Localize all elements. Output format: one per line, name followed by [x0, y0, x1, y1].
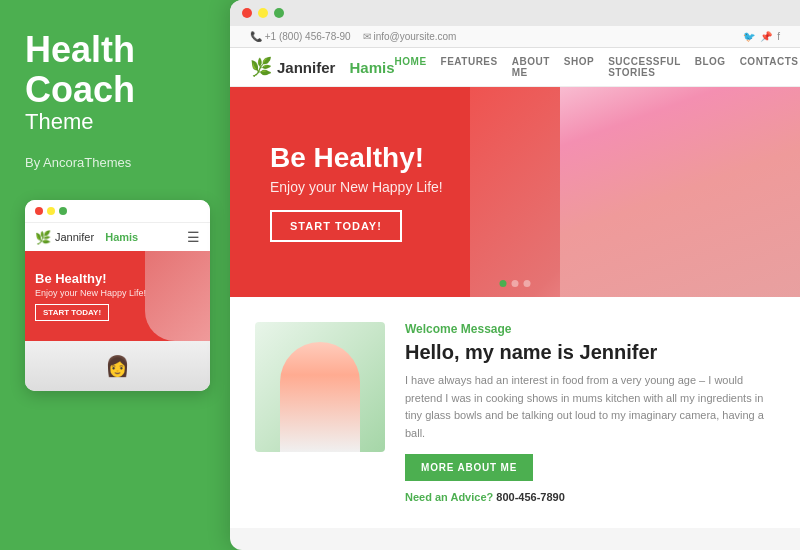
social-pinterest-icon[interactable]: 📌	[760, 31, 772, 42]
title-block: Health Coach Theme	[25, 30, 205, 135]
byline: By AncoraThemes	[25, 155, 205, 170]
mobile-logo-second: Hamis	[105, 231, 138, 243]
mobile-dot-red	[35, 207, 43, 215]
topbar-left: +1 (800) 456-78-90 info@yoursitе.com	[250, 31, 456, 42]
mobile-logo-icon: 🌿	[35, 230, 51, 245]
mobile-nav: 🌿 Jannifer Hamis ☰	[25, 222, 210, 251]
advice-label: Need an Advice?	[405, 491, 493, 503]
mobile-below-image: 👩	[25, 341, 210, 391]
about-title: Hello, my name is Jennifer	[405, 341, 775, 364]
about-text: I have always had an interest in food fr…	[405, 372, 775, 442]
hero-person-image	[560, 87, 800, 297]
hero-start-button[interactable]: START TODAY!	[270, 210, 402, 242]
about-image	[255, 322, 385, 452]
nav-link-home[interactable]: HOME	[395, 56, 427, 78]
mobile-start-button[interactable]: START TODAY!	[35, 304, 109, 321]
mobile-hero: Be Healthy! Enjoy your New Happy Life! S…	[25, 251, 210, 341]
topbar-email: info@yoursitе.com	[363, 31, 457, 42]
mobile-top-bar	[25, 200, 210, 222]
nav-links: HOME FEATURES ABOUT ME SHOP SUCCESSFUL S…	[395, 56, 799, 78]
mobile-below-section: 👩	[25, 341, 210, 391]
nav-link-stories[interactable]: SUCCESSFUL STORIES	[608, 56, 681, 78]
topbar-phone: +1 (800) 456-78-90	[250, 31, 351, 42]
nav-link-contacts[interactable]: CONTACTS	[740, 56, 799, 78]
hero-content: Be Healthy! Enjoy your New Happy Life! S…	[270, 142, 443, 242]
theme-title-line1: Health	[25, 30, 205, 70]
browser-dot-yellow	[258, 8, 268, 18]
mobile-logo-first: Jannifer	[55, 231, 94, 243]
about-subtitle: Welcome Message	[405, 322, 775, 336]
social-twitter-icon[interactable]: 🐦	[743, 31, 755, 42]
nav-link-shop[interactable]: SHOP	[564, 56, 594, 78]
nav-logo-first: Jannifer	[277, 59, 335, 76]
browser-dot-green	[274, 8, 284, 18]
about-person-silhouette	[280, 342, 360, 452]
website-nav: 🌿 Jannifer Hamis HOME FEATURES ABOUT ME …	[230, 48, 800, 87]
hero-image	[470, 87, 800, 297]
nav-link-about[interactable]: ABOUT ME	[512, 56, 550, 78]
about-section: Welcome Message Hello, my name is Jennif…	[230, 297, 800, 528]
mobile-logo: 🌿 Jannifer Hamis	[35, 230, 138, 245]
mobile-hero-sub: Enjoy your New Happy Life!	[35, 288, 200, 298]
browser-window: +1 (800) 456-78-90 info@yoursitе.com 🐦 📌…	[230, 0, 800, 550]
mobile-dot-yellow	[47, 207, 55, 215]
hero-carousel-dots	[500, 280, 531, 287]
mobile-dot-green	[59, 207, 67, 215]
advice-phone: 800-456-7890	[496, 491, 565, 503]
nav-link-features[interactable]: FEATURES	[441, 56, 498, 78]
nav-logo-second: Hamis	[350, 59, 395, 76]
hero-dot-1[interactable]	[500, 280, 507, 287]
website-topbar: +1 (800) 456-78-90 info@yoursitе.com 🐦 📌…	[230, 26, 800, 48]
nav-link-blog[interactable]: BLOG	[695, 56, 726, 78]
advice-line: Need an Advice? 800-456-7890	[405, 491, 775, 503]
hero-section: Be Healthy! Enjoy your New Happy Life! S…	[230, 87, 800, 297]
left-panel: Health Coach Theme By AncoraThemes 🌿 Jan…	[0, 0, 230, 550]
hero-dot-2[interactable]	[512, 280, 519, 287]
social-facebook-icon[interactable]: f	[777, 31, 780, 42]
hero-subheading: Enjoy your New Happy Life!	[270, 179, 443, 195]
hamburger-icon[interactable]: ☰	[187, 229, 200, 245]
hero-heading: Be Healthy!	[270, 142, 443, 174]
mobile-mockup: 🌿 Jannifer Hamis ☰ Be Healthy! Enjoy you…	[25, 200, 210, 391]
hero-dot-3[interactable]	[524, 280, 531, 287]
about-content: Welcome Message Hello, my name is Jennif…	[405, 322, 775, 503]
mobile-hero-heading: Be Healthy!	[35, 271, 200, 286]
nav-logo: 🌿 Jannifer Hamis	[250, 56, 395, 78]
topbar-social: 🐦 📌 f	[743, 31, 780, 42]
browser-chrome	[230, 0, 800, 26]
theme-title-line2: Coach	[25, 70, 205, 110]
about-more-button[interactable]: MORE ABOUT ME	[405, 454, 533, 481]
browser-dot-red	[242, 8, 252, 18]
nav-logo-icon: 🌿	[250, 56, 272, 78]
theme-subtitle: Theme	[25, 109, 205, 135]
browser-content: +1 (800) 456-78-90 info@yoursitе.com 🐦 📌…	[230, 26, 800, 550]
